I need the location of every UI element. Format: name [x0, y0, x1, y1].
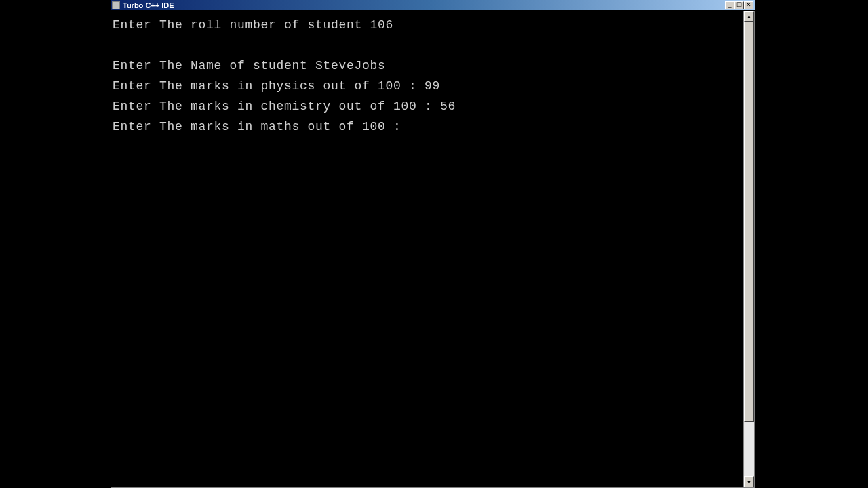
maximize-icon: ☐	[736, 2, 742, 8]
console-line: Enter The marks in physics out of 100 : …	[113, 79, 440, 93]
minimize-button[interactable]: _	[725, 1, 734, 9]
console-line: Enter The roll number of student 106	[113, 18, 393, 32]
window-controls: _ ☐ ✕	[725, 1, 753, 9]
desktop-background: Turbo C++ IDE _ ☐ ✕ Enter The roll numbe…	[0, 0, 868, 488]
titlebar[interactable]: Turbo C++ IDE _ ☐ ✕	[111, 0, 755, 11]
window-title: Turbo C++ IDE	[123, 1, 725, 9]
chevron-up-icon: ▲	[747, 14, 752, 20]
console-line: Enter The Name of student SteveJobs	[113, 59, 386, 73]
vertical-scrollbar[interactable]: ▲ ▼	[743, 11, 754, 487]
console-output[interactable]: Enter The roll number of student 106 Ent…	[111, 11, 743, 487]
console-line: Enter The marks in chemistry out of 100 …	[113, 100, 456, 113]
app-window: Turbo C++ IDE _ ☐ ✕ Enter The roll numbe…	[111, 0, 755, 488]
minimize-icon: _	[728, 2, 731, 8]
client-area: Enter The roll number of student 106 Ent…	[111, 11, 755, 488]
scroll-thumb[interactable]	[744, 22, 754, 422]
close-button[interactable]: ✕	[744, 1, 753, 9]
console-line: Enter The marks in maths out of 100 :	[113, 120, 409, 134]
text-cursor: _	[409, 117, 417, 137]
maximize-button[interactable]: ☐	[734, 1, 744, 9]
scroll-track[interactable]	[744, 22, 754, 476]
close-icon: ✕	[746, 2, 751, 8]
chevron-down-icon: ▼	[747, 479, 752, 485]
app-icon	[112, 1, 120, 9]
scroll-up-button[interactable]: ▲	[744, 11, 754, 22]
scroll-down-button[interactable]: ▼	[744, 476, 754, 487]
